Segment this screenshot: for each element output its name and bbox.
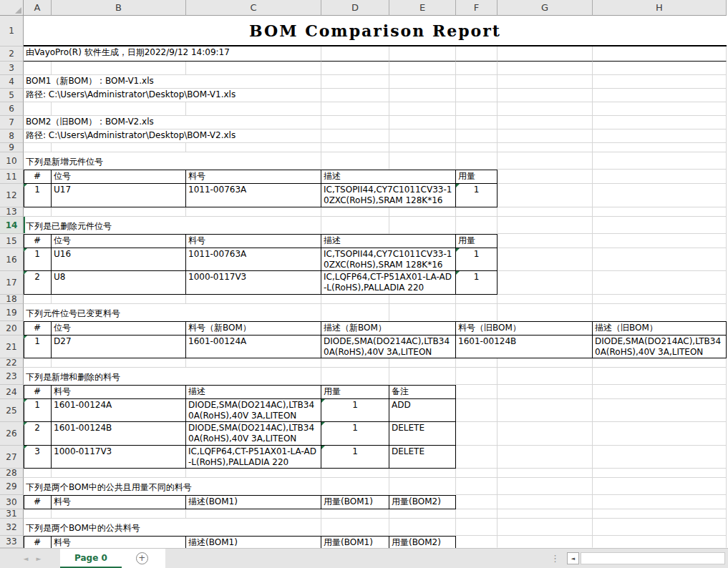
cell[interactable]	[498, 62, 593, 75]
row-header-32[interactable]: 32	[0, 519, 24, 536]
cell[interactable]	[389, 62, 456, 75]
cell[interactable]	[186, 102, 321, 116]
cell[interactable]	[456, 207, 498, 217]
cell[interactable]: DIODE,SMA(DO214AC),LTB340A(RoHS),40V 3A,…	[186, 399, 321, 422]
header-cell[interactable]: 料号（旧BOM）	[456, 321, 593, 336]
cell[interactable]	[456, 368, 498, 385]
header-cell[interactable]: 料号	[52, 495, 186, 509]
cell[interactable]	[321, 129, 389, 143]
cell[interactable]	[321, 75, 389, 89]
cell[interactable]	[52, 207, 186, 217]
cell[interactable]	[389, 358, 456, 368]
cell[interactable]	[389, 519, 456, 536]
cell[interactable]	[24, 143, 52, 152]
row-header-7[interactable]: 7	[0, 116, 24, 129]
cell[interactable]	[321, 46, 389, 62]
cell[interactable]	[456, 143, 498, 152]
cell[interactable]	[593, 295, 727, 304]
cell[interactable]	[593, 207, 727, 217]
cell[interactable]	[593, 399, 727, 422]
cell[interactable]	[593, 143, 727, 152]
header-cell[interactable]: 描述(BOM1)	[186, 536, 321, 548]
cell[interactable]	[389, 478, 456, 495]
cell[interactable]	[321, 509, 389, 519]
header-cell[interactable]: 用量(BOM1)	[321, 495, 389, 509]
cell[interactable]	[593, 217, 727, 234]
row-header-18[interactable]: 18	[0, 295, 24, 304]
row-header-17[interactable]: 17	[0, 271, 24, 295]
cell[interactable]: 1000-0117V3	[186, 271, 321, 295]
cell[interactable]	[24, 509, 52, 519]
next-sheet-icon[interactable]: ►	[34, 555, 43, 562]
cell[interactable]	[593, 422, 727, 446]
cell[interactable]	[321, 368, 389, 385]
header-cell[interactable]: #	[24, 495, 52, 509]
cell[interactable]	[498, 358, 593, 368]
header-cell[interactable]: 描述(BOM1)	[186, 495, 321, 509]
row-header-30[interactable]: 30	[0, 495, 24, 509]
row-header-22[interactable]: 22	[0, 358, 24, 368]
cell[interactable]: 1000-0117V3	[52, 446, 186, 469]
cell[interactable]	[498, 304, 593, 321]
cell[interactable]: 1011-00763A	[186, 184, 321, 207]
cell[interactable]	[24, 207, 52, 217]
header-cell[interactable]: #	[24, 170, 52, 184]
row-header-23[interactable]: 23	[0, 368, 24, 385]
cell[interactable]	[498, 46, 593, 62]
cell[interactable]	[24, 358, 52, 368]
cell[interactable]	[456, 469, 498, 478]
cell[interactable]	[593, 495, 727, 509]
cell[interactable]: 1	[24, 336, 52, 358]
cell[interactable]	[456, 509, 498, 519]
cell[interactable]	[593, 102, 727, 116]
cell[interactable]	[498, 446, 593, 469]
cell[interactable]	[593, 89, 727, 102]
header-cell[interactable]: #	[24, 321, 52, 336]
header-cell[interactable]: 位号	[52, 234, 186, 248]
cell[interactable]	[498, 469, 593, 478]
row-header-15[interactable]: 15	[0, 234, 24, 248]
cell[interactable]: 1601-00124B	[52, 422, 186, 446]
header-cell[interactable]: 描述（新BOM）	[321, 321, 456, 336]
cell[interactable]	[456, 536, 498, 548]
cell[interactable]	[593, 184, 727, 207]
cell[interactable]: U17	[52, 184, 186, 207]
cell[interactable]	[186, 207, 321, 217]
header-cell[interactable]: 备注	[389, 385, 456, 399]
cell[interactable]	[24, 62, 52, 75]
cell[interactable]	[186, 358, 321, 368]
cell[interactable]	[456, 75, 498, 89]
cell[interactable]	[456, 295, 498, 304]
cell[interactable]	[186, 295, 321, 304]
cell[interactable]	[498, 207, 593, 217]
row-header-10[interactable]: 10	[0, 152, 24, 170]
cell[interactable]	[456, 422, 498, 446]
cell[interactable]	[456, 46, 498, 62]
cell[interactable]: IC,LQFP64,CT-P51AX01-LA-AD-L(RoHS),PALLA…	[186, 446, 321, 469]
cell[interactable]: D27	[52, 336, 186, 358]
cell[interactable]	[321, 116, 389, 129]
cell[interactable]: IC,TSOPII44,CY7C1011CV33-10ZXC(RoHS),SRA…	[321, 184, 456, 207]
cell[interactable]	[593, 385, 727, 399]
cell[interactable]	[321, 295, 389, 304]
cell[interactable]	[593, 62, 727, 75]
cell[interactable]	[321, 89, 389, 102]
cell[interactable]	[456, 89, 498, 102]
row-header-6[interactable]: 6	[0, 102, 24, 116]
cell[interactable]	[321, 217, 389, 234]
cell[interactable]: 1	[24, 184, 52, 207]
cell[interactable]	[389, 368, 456, 385]
cell[interactable]	[24, 469, 52, 478]
cell-bom2-label[interactable]: BOM2（旧BOM） : BOM-V2.xls	[24, 116, 321, 129]
cell[interactable]	[593, 75, 727, 89]
scrollbar-resize-handle[interactable]: ⋮	[550, 553, 560, 564]
header-cell[interactable]: 描述（旧BOM）	[593, 321, 727, 336]
header-cell[interactable]: 料号（新BOM）	[186, 321, 321, 336]
cell[interactable]	[456, 129, 498, 143]
row-header-19[interactable]: 19	[0, 304, 24, 321]
cell[interactable]	[456, 446, 498, 469]
cell[interactable]: 2	[24, 422, 52, 446]
add-sheet-icon[interactable]: +	[136, 552, 148, 564]
header-cell[interactable]: 料号	[186, 170, 321, 184]
cell[interactable]	[24, 295, 52, 304]
